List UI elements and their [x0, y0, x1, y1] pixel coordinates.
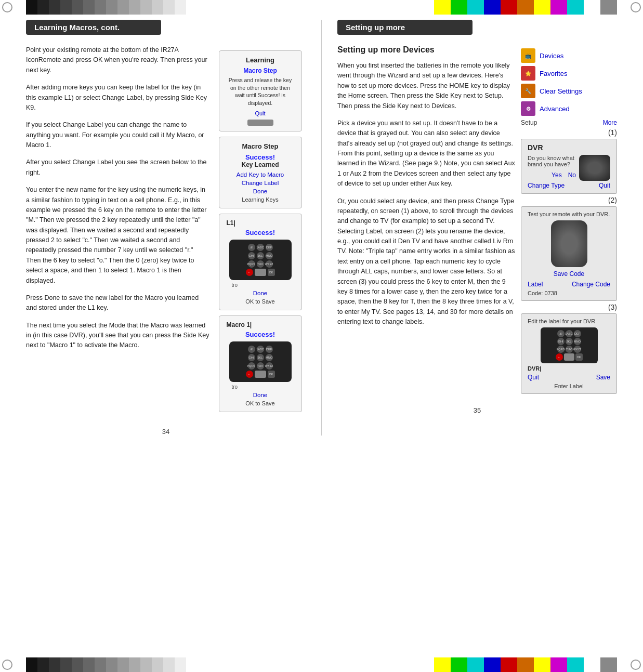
- screen-success: Macro Step Success! Key Learned Add Key …: [219, 137, 302, 208]
- edit-label-text: Edit the label for your DVR: [528, 318, 610, 324]
- left-page-number: 34: [26, 428, 306, 436]
- key-space: [255, 269, 266, 276]
- key-mno: MNO: [266, 252, 273, 259]
- key-tuv3: TUV: [566, 346, 573, 353]
- right-para-2: Pick a device you want to set up. It doe…: [337, 118, 516, 189]
- more-setup-row: Setup More: [521, 119, 617, 126]
- key-back2: ←: [246, 371, 253, 378]
- dvr-screen-2: Test your remote with your DVR. Save Cod…: [521, 206, 617, 301]
- key-pqrs2: PQRS: [248, 362, 255, 370]
- dvr-screen-1: DVR Do you know what brand you have? Yes…: [521, 139, 617, 194]
- screen1-quit[interactable]: Quit: [227, 110, 294, 116]
- main-content: Learning Macros, cont. Point your existi…: [0, 15, 643, 456]
- screen1-text: Press and release the key on the other r…: [227, 76, 294, 107]
- screen4-tro: tro: [227, 384, 294, 390]
- advanced-icon-inner: ⚙: [521, 101, 535, 116]
- devices-icon: 📺: [521, 48, 535, 63]
- right-para-1: When you first inserted the batteries in…: [337, 61, 516, 111]
- left-para-3: If you select Change Label you can chang…: [26, 120, 209, 150]
- key-ok-2: OK: [268, 371, 275, 378]
- quit-button-2[interactable]: Quit: [528, 374, 539, 381]
- top-left-grayscale: [26, 0, 198, 15]
- screen2-add-key[interactable]: Add Key to Macro: [227, 172, 294, 178]
- key-sym3: .&!: [557, 330, 565, 337]
- change-code-button[interactable]: Change Code: [572, 281, 610, 288]
- label-button[interactable]: Label: [528, 281, 543, 288]
- change-type-button[interactable]: Change Type: [528, 182, 565, 189]
- menu-devices: 📺 Devices: [521, 48, 617, 63]
- test-remote-text: Test your remote with your DVR.: [528, 211, 610, 217]
- page-right: Setting up more Setting up more Devices …: [322, 20, 617, 436]
- favorites-icon: ⭐: [521, 66, 535, 81]
- devices-icon-inner: 📺: [521, 48, 535, 63]
- screen3-num-label: (3): [521, 303, 617, 311]
- screen2-done[interactable]: Done: [227, 188, 294, 194]
- key-ghi: GHI: [248, 252, 255, 259]
- key-ok-3: OK: [575, 353, 583, 361]
- key-sym2: .&!: [248, 346, 255, 353]
- clear-settings-label[interactable]: Clear Settings: [540, 87, 582, 95]
- advanced-label[interactable]: Advanced: [540, 105, 570, 113]
- screen4-done[interactable]: Done: [227, 392, 294, 398]
- dvr-buttons-row: Yes No: [528, 172, 576, 179]
- key-tuv: TUV: [257, 260, 264, 268]
- menu-advanced: ⚙ Advanced: [521, 101, 617, 116]
- save-button-2[interactable]: Save: [596, 374, 610, 381]
- dvr-screen-3: Edit the label for your DVR .&! 1ABC DEF…: [521, 313, 617, 394]
- left-para-6: Press Done to save the new label for the…: [26, 293, 209, 313]
- key-back: ←: [246, 269, 253, 276]
- keypad-1: .&! 1ABC DEF GHI JKL MNO PQRS TUV WX: [229, 240, 292, 280]
- screen-macro1: Macro 1| Success! .&! 1ABC DEF GHI JKL M…: [219, 315, 302, 412]
- no-button[interactable]: No: [568, 172, 576, 179]
- key-space2: [255, 371, 266, 378]
- screen2-num-label: (2): [521, 196, 617, 204]
- key-wxyz: WXYZ: [266, 260, 273, 268]
- key-pqrs: PQRS: [248, 260, 255, 268]
- screen1-num-label: (1): [521, 128, 617, 137]
- key-ghi3: GHI: [557, 338, 565, 345]
- right-page-number: 35: [337, 406, 617, 414]
- left-section-header: Learning Macros, cont.: [26, 20, 161, 35]
- key-sym: .&!: [248, 244, 255, 251]
- key-1abc: 1ABC: [257, 244, 264, 251]
- key-ghi2: GHI: [248, 354, 255, 361]
- left-para-7: The next time you select the Mode that t…: [26, 321, 209, 351]
- bottom-color-bar: [0, 657, 643, 672]
- screen4-label: Macro 1|: [227, 321, 294, 328]
- screen-l1: L1| Success! .&! 1ABC DEF GHI JKL MNO: [219, 214, 302, 310]
- label-changecode-row: Label Change Code: [528, 281, 610, 288]
- key-pqrs3: PQRS: [557, 346, 565, 353]
- left-text-column: Point your existing remote at the bottom…: [26, 45, 209, 417]
- key-def: DEF: [266, 244, 273, 251]
- setup-label: Setup: [521, 119, 537, 126]
- right-section-header: Setting up more: [337, 20, 473, 35]
- screen2-title: Macro Step: [227, 142, 294, 150]
- more-link[interactable]: More: [603, 119, 617, 126]
- quit-button-1[interactable]: Quit: [599, 182, 610, 189]
- yes-button[interactable]: Yes: [552, 172, 562, 179]
- key-wxyz2: WXYZ: [266, 362, 273, 370]
- screen3-done[interactable]: Done: [227, 290, 294, 296]
- page-left: Learning Macros, cont. Point your existi…: [26, 20, 322, 436]
- advanced-icon: ⚙: [521, 101, 535, 116]
- key-ok-1: OK: [268, 269, 275, 276]
- top-right-colors: [434, 0, 617, 15]
- key-jkl2: JKL: [257, 354, 264, 361]
- clear-settings-icon: 🔧: [521, 84, 535, 98]
- menu-favorites: ⭐ Favorites: [521, 66, 617, 81]
- menu-clear-settings: 🔧 Clear Settings: [521, 84, 617, 98]
- left-image-column: Learning Macro Step Press and release th…: [215, 45, 306, 417]
- screen2-change-label[interactable]: Change Label: [227, 180, 294, 186]
- save-code-button[interactable]: Save Code: [554, 270, 584, 278]
- key-jkl3: JKL: [566, 338, 573, 345]
- dvr-title: DVR: [528, 143, 610, 152]
- enter-label-text: Enter Label: [528, 383, 610, 389]
- remote-image: [551, 220, 587, 267]
- dvr-input-label: DVR|: [528, 365, 610, 372]
- favorites-label[interactable]: Favorites: [540, 70, 567, 77]
- screen3-ok-save: OK to Save: [227, 298, 294, 305]
- devices-label[interactable]: Devices: [540, 52, 563, 60]
- key-mno3: MNO: [574, 338, 581, 345]
- key-jkl: JKL: [257, 252, 264, 259]
- key-wxyz3: WXYZ: [574, 346, 581, 353]
